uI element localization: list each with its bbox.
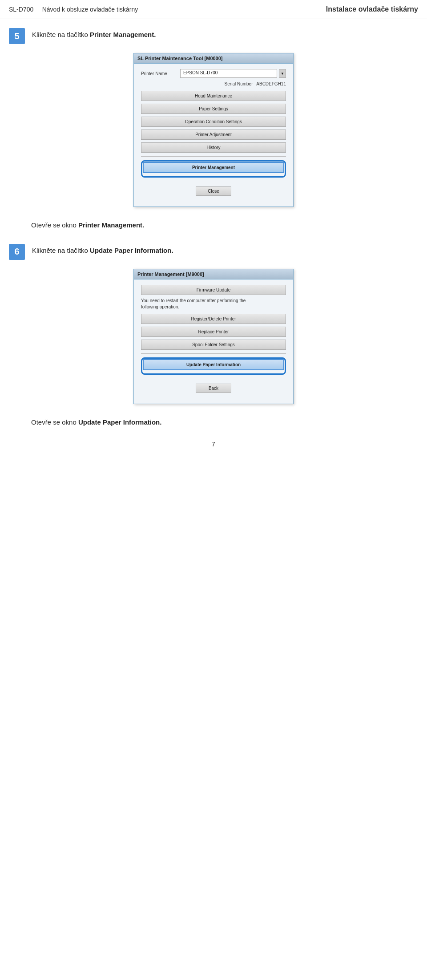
- history-button[interactable]: History: [141, 142, 286, 153]
- model-subtitle: SL-D700 Návod k obsluze ovladače tiskárn…: [9, 6, 138, 13]
- para-6: Otevře se okno Update Paper Information.: [0, 413, 427, 432]
- printer-management-titlebar: Printer Management [M9000]: [134, 269, 293, 279]
- step-5-block: 5 Klikněte na tlačítko Printer Managemen…: [0, 19, 427, 49]
- serial-number-row: Serial Number ABCDEFGH11: [141, 81, 286, 86]
- paper-settings-button[interactable]: Paper Settings: [141, 104, 286, 114]
- back-button-area: Back: [141, 378, 286, 398]
- printer-management-dialog: Printer Management [M9000] Firmware Upda…: [133, 269, 294, 404]
- operation-condition-settings-button[interactable]: Operation Condition Settings: [141, 117, 286, 127]
- step-6-instruction: Klikněte na tlačítko: [32, 247, 90, 254]
- step-5-instruction: Klikněte na tlačítko: [32, 31, 90, 38]
- step-5-text: Klikněte na tlačítko Printer Management.: [32, 28, 156, 38]
- back-button[interactable]: Back: [196, 384, 231, 393]
- update-paper-highlight: Update Paper Information: [141, 357, 286, 375]
- maintenance-tool-body: Printer Name EPSON SL-D700 ▼ Serial Numb…: [134, 64, 293, 207]
- step-6-block: 6 Klikněte na tlačítko Update Paper Info…: [0, 235, 427, 264]
- step-5-number: 5: [9, 28, 25, 44]
- screenshot-2: Printer Management [M9000] Firmware Upda…: [0, 264, 427, 413]
- serial-label: Serial Number: [225, 81, 253, 86]
- step-6-text: Klikněte na tlačítko Update Paper Inform…: [32, 244, 173, 254]
- printer-name-label: Printer Name: [141, 71, 177, 76]
- head-maintenance-button[interactable]: Head Maintenance: [141, 91, 286, 101]
- close-button-area: Close: [141, 181, 286, 201]
- maintenance-tool-titlebar: SL Printer Maintenance Tool [M0000]: [134, 53, 293, 64]
- page-footer: 7: [0, 432, 427, 457]
- printer-name-input[interactable]: EPSON SL-D700: [180, 69, 277, 78]
- para-6-bold: Update Paper Information.: [78, 418, 162, 426]
- maintenance-tool-dialog: SL Printer Maintenance Tool [M0000] Prin…: [133, 53, 294, 207]
- info-text: You need to restart the computer after p…: [141, 298, 286, 310]
- screenshot-1: SL Printer Maintenance Tool [M0000] Prin…: [0, 49, 427, 216]
- firmware-update-button[interactable]: Firmware Update: [141, 285, 286, 295]
- section-title: Instalace ovladače tiskárny: [326, 5, 418, 13]
- printer-name-row: Printer Name EPSON SL-D700 ▼: [141, 69, 286, 78]
- model-name: SL-D700: [9, 6, 33, 13]
- serial-value: ABCDEFGH11: [256, 81, 286, 86]
- page-number: 7: [212, 441, 215, 448]
- page-subtitle: Návod k obsluze ovladače tiskárny: [42, 6, 138, 13]
- close-button[interactable]: Close: [196, 186, 231, 196]
- para-6-text: Otevře se okno: [31, 418, 78, 426]
- step-5-bold: Printer Management.: [90, 31, 156, 38]
- replace-printer-button[interactable]: Replace Printer: [141, 327, 286, 337]
- para-5: Otevře se okno Printer Management.: [0, 216, 427, 235]
- printer-management-button[interactable]: Printer Management: [143, 162, 284, 173]
- page-header: SL-D700 Návod k obsluze ovladače tiskárn…: [0, 0, 427, 19]
- divider-1: [141, 156, 286, 157]
- printer-name-input-wrapper: EPSON SL-D700 ▼: [180, 69, 286, 78]
- printer-adjustment-button[interactable]: Printer Adjustment: [141, 130, 286, 140]
- register-delete-printer-button[interactable]: Register/Delete Printer: [141, 314, 286, 324]
- update-paper-information-button[interactable]: Update Paper Information: [143, 359, 284, 370]
- printer-management-highlight: Printer Management: [141, 160, 286, 178]
- step-6-number: 6: [9, 244, 25, 260]
- para-5-text: Otevře se okno: [31, 221, 78, 229]
- spool-folder-settings-button[interactable]: Spool Folder Settings: [141, 340, 286, 350]
- printer-management-body: Firmware Update You need to restart the …: [134, 279, 293, 404]
- printer-name-dropdown[interactable]: ▼: [279, 69, 286, 78]
- step-6-bold: Update Paper Information.: [90, 247, 173, 254]
- divider-2: [141, 353, 286, 354]
- para-5-bold: Printer Management.: [78, 221, 144, 229]
